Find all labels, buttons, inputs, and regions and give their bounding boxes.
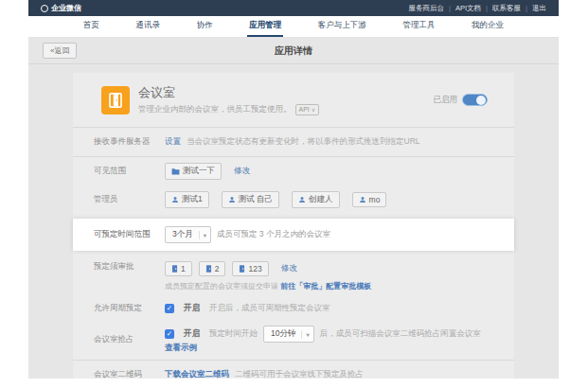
app-info: 会议室 管理企业内部的会议室，供员工预定使用。 API [138, 84, 319, 115]
approval-room-name: 2 [215, 264, 220, 273]
person-icon [359, 196, 366, 203]
nav-tab[interactable]: 我的企业 [470, 16, 506, 37]
row-main: 3个月 成员可预定 3 个月之内的会议室 [165, 226, 330, 243]
visible-range-edit-link[interactable]: 修改 [234, 166, 250, 177]
nav-tab[interactable]: 首页 [81, 16, 101, 37]
qrcode-description: 二维码可用于会议室线下预定及抢占 [235, 369, 364, 379]
row-main: 开启 开启后，成员可周期性预定会议室 [165, 303, 330, 314]
topbar: 企业微信 服务商后台API文档联系客服退出 [28, 0, 559, 16]
enabled-toggle[interactable] [462, 94, 488, 106]
approval-edit-link[interactable]: 修改 [281, 263, 297, 274]
approval-room-chip[interactable]: 123 [232, 261, 268, 276]
chevron-down-icon [199, 231, 206, 239]
admin-member-chip[interactable]: 创建人 [292, 191, 340, 208]
nav-tab[interactable]: 客户与上下游 [316, 16, 368, 37]
row-label: 会议室二维码 [94, 369, 165, 379]
seize-checkbox[interactable] [165, 329, 174, 339]
seize-desc-after: 后，成员可扫描会议室二维码抢占闲置会议室 [320, 328, 481, 340]
toggle-knob [476, 96, 486, 105]
row-label: 允许周期预定 [94, 303, 165, 314]
back-button[interactable]: «返回 [43, 43, 77, 59]
door-icon [107, 92, 124, 109]
app-detail-panel: 会议室 管理企业内部的会议室，供员工预定使用。 API 已启用 接收事件服务器 [73, 73, 514, 379]
person-icon [171, 196, 179, 203]
booking-range-description: 成员可预定 3 个月之内的会议室 [217, 229, 330, 240]
approval-chip-list: 1 2 [165, 261, 276, 276]
nav-tab[interactable]: 协作 [195, 16, 215, 37]
seize-delay-value: 10分钟 [271, 328, 295, 340]
periodic-checkbox-label: 开启 [184, 303, 200, 314]
app-description: 管理企业内部的会议室，供员工预定使用。 [138, 104, 292, 115]
topbar-link[interactable]: 联系客服 [492, 4, 532, 13]
page-title: 应用详情 [28, 44, 559, 58]
approval-chip-row: 1 2 [165, 261, 371, 276]
admin-member-chip[interactable]: 测试1 [165, 191, 209, 208]
visible-range-chip[interactable]: 测试一下 [165, 163, 222, 180]
seize-delay-select[interactable]: 10分钟 [263, 326, 314, 343]
row-label: 会议室抢占 [94, 334, 165, 345]
seize-checkbox-label: 开启 [184, 328, 200, 340]
approval-room-name: 123 [248, 264, 261, 273]
admin-member-name: 测试 自己 [239, 194, 273, 205]
row-event-server: 接收事件服务器 设置 当会议室预定状态有更新变化时，将以事件的形式推送到指定UR… [73, 128, 514, 156]
row-main: 设置 当会议室预定状态有更新变化时，将以事件的形式推送到指定URL [165, 136, 420, 148]
page-header: «返回 应用详情 [28, 38, 559, 64]
person-icon [228, 196, 236, 203]
approval-note: 成员预定配置的会议室须提交申请 前往「审批」配置审批模板 [165, 281, 371, 291]
admin-member-chip[interactable]: mo [352, 192, 387, 207]
row-label: 管理员 [94, 194, 165, 205]
nav-tab[interactable]: 通讯录 [134, 16, 163, 37]
app-status: 已启用 [434, 94, 489, 106]
main-nav: 首页通讯录协作应用管理客户与上下游管理工具我的企业 [28, 16, 559, 38]
admin-member-name: mo [369, 195, 381, 204]
wework-logo[interactable]: 企业微信 [41, 3, 81, 13]
row-label: 接收事件服务器 [94, 136, 165, 148]
row-main: 开启 预定时间开始 10分钟 后，成员可扫描会议室二维码抢占闲置会议室 查看示例 [165, 326, 505, 354]
row-periodic-booking: 允许周期预定 开启 开启后，成员可周期性预定会议室 [73, 297, 514, 320]
periodic-description: 开启后，成员可周期性预定会议室 [209, 303, 330, 314]
booking-range-select-value: 3个月 [172, 229, 193, 240]
approval-description: 成员预定配置的会议室须提交申请 [165, 282, 278, 291]
row-booking-range-highlighted: 可预定时间范围 3个月 成员可预定 3 个月之内的会议室 [73, 219, 514, 251]
approval-content: 1 2 [165, 261, 371, 291]
booking-range-select[interactable]: 3个月 [165, 226, 211, 243]
status-label: 已启用 [434, 95, 458, 106]
event-server-set-link[interactable]: 设置 [165, 136, 181, 148]
admin-member-name: 创建人 [309, 194, 333, 205]
nav-tab[interactable]: 管理工具 [401, 16, 437, 37]
row-qrcode: 会议室二维码 下载会议室二维码 二维码可用于会议室线下预定及抢占 [73, 361, 514, 379]
row-main: 测试一下 修改 [165, 163, 250, 180]
topbar-link[interactable]: API文档 [455, 4, 492, 13]
approval-room-chip[interactable]: 1 [165, 261, 192, 276]
app-description-row: 管理企业内部的会议室，供员工预定使用。 API [138, 104, 319, 115]
row-visible-range: 可见范围 测试一下 修改 [73, 157, 514, 185]
approval-room-name: 1 [181, 264, 186, 273]
row-label: 可见范围 [94, 166, 165, 177]
app-viewport: 企业微信 服务商后台API文档联系客服退出 首页通讯录协作应用管理客户与上下游管… [28, 0, 559, 379]
row-admins: 管理员 测试1 测试 自己 [73, 185, 514, 214]
approval-template-link[interactable]: 前往「审批」配置审批模板 [280, 282, 371, 291]
room-door-icon [171, 265, 178, 273]
room-door-icon [239, 265, 245, 273]
nav-tab[interactable]: 应用管理 [247, 16, 283, 37]
row-label: 可预定时间范围 [94, 229, 165, 240]
qrcode-download-link[interactable]: 下载会议室二维码 [165, 369, 229, 379]
seize-desc-before: 预定时间开始 [209, 328, 258, 340]
admin-member-chip[interactable]: 测试 自己 [222, 191, 279, 208]
app-name: 会议室 [138, 84, 319, 101]
row-main: 下载会议室二维码 二维码可用于会议室线下预定及抢占 [165, 369, 364, 379]
api-tag-dropdown[interactable]: API [295, 104, 320, 115]
periodic-checkbox[interactable] [165, 304, 174, 313]
topbar-link[interactable]: 退出 [532, 4, 546, 13]
wework-logo-text: 企业微信 [51, 3, 81, 13]
meeting-room-app-icon [101, 86, 130, 115]
topbar-link[interactable]: 服务商后台 [409, 4, 455, 13]
seize-example-link[interactable]: 查看示例 [165, 343, 197, 354]
event-server-description: 当会议室预定状态有更新变化时，将以事件的形式推送到指定URL [187, 136, 420, 148]
app-header: 会议室 管理企业内部的会议室，供员工预定使用。 API 已启用 [73, 73, 514, 127]
approval-room-chip[interactable]: 2 [199, 261, 226, 276]
row-approval: 预定须审批 1 [73, 256, 514, 297]
admin-chip-list: 测试1 测试 自己 创建人 [165, 191, 393, 208]
admin-member-name: 测试1 [182, 194, 203, 205]
row-label: 预定须审批 [94, 261, 165, 273]
